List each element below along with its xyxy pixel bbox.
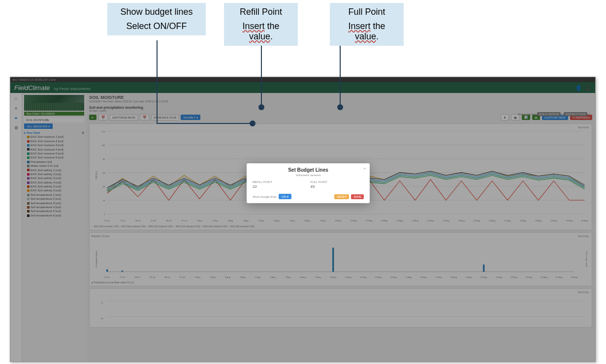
svg-text:19.Aug: 19.Aug (474, 219, 480, 222)
pointer-budget-v (157, 40, 158, 124)
sensor-tree-item[interactable]: EAG Soil moisture 6 [vol] (24, 155, 84, 159)
svg-text:20.Aug: 20.Aug (480, 276, 487, 278)
toolbar: ⇤ 📅 26/07/2018 00:00 📅 27/08/2018 23:59 … (89, 114, 592, 121)
user-icon[interactable]: 👤 (575, 85, 581, 91)
modal-footer: Show budget lines ON ▾ RESET SAVE (253, 194, 364, 199)
svg-text:4.Aug: 4.Aug (240, 276, 246, 278)
date-to-input[interactable]: 27/08/2018 23:59 (151, 115, 179, 121)
pointer-budget-dot (250, 121, 255, 126)
reset-button[interactable]: RESET (334, 194, 349, 199)
full-point-label: FULL POINT (311, 181, 364, 183)
callout-budget-line1: Show budget lines (116, 7, 197, 17)
svg-text:20: 20 (103, 199, 105, 202)
third-chart-panel: Test Point 7k 6k (89, 288, 592, 328)
full-point-col: FULL POINT 45 (311, 181, 364, 189)
sidebar: Test Field / 01102E49 SOIL MOISTURE ALL … (22, 93, 86, 362)
list-icon[interactable]: ≡ (15, 106, 17, 111)
svg-text:11.Aug: 11.Aug (351, 219, 357, 222)
sensor-tree-item[interactable]: EAG Soil salinity 5 [vol] (24, 184, 84, 188)
calendar-from-icon[interactable]: 📅 (98, 114, 108, 121)
drop-icon[interactable]: ● (15, 116, 17, 121)
sensor-tree-item[interactable]: Soil temperature 5 [vol] (24, 209, 84, 213)
moisture-legend: — EAG Soil moisture 1 [%] — EAG Soil moi… (92, 225, 590, 228)
callout-budget: Show budget lines Select ON/OFF (107, 3, 206, 35)
sensor-tree-item[interactable]: EAG Soil moisture 5 [vol] (24, 152, 84, 155)
svg-text:60: 60 (103, 172, 105, 174)
callout-budget-line2: Select ON/OFF (116, 21, 197, 31)
sensor-tree-item[interactable]: EAG Soil salinity 3 [vol] (24, 176, 84, 180)
svg-text:26.Aug: 26.Aug (571, 276, 578, 278)
full-point-input[interactable]: 45 (311, 184, 364, 189)
svg-text:25.Aug: 25.Aug (566, 219, 573, 222)
sensor-tree-item[interactable]: Water meter 0.1L [rd] (24, 164, 84, 168)
rainfall-chart-panel: Test Point Rainfall: 2.4 mm 26.Jul27.Jul… (89, 232, 592, 286)
svg-text:24.Aug: 24.Aug (541, 276, 547, 278)
sensor-tree-item[interactable]: Soil temperature 2 [vol] (24, 197, 84, 201)
headset-icon[interactable]: 🎧 (585, 85, 591, 91)
home-icon[interactable]: ⌂ (15, 96, 17, 101)
tree-header[interactable]: ▸ Test Field ⚙ (24, 131, 84, 135)
collapse-button[interactable]: ⇤ (89, 115, 96, 120)
callout-refill-title: Refill Point (233, 7, 289, 17)
show-budget-toggle[interactable]: ON ▾ (279, 194, 291, 199)
sensor-tree-item[interactable]: Precipitation [rd] (24, 160, 84, 164)
calendar-to-icon[interactable]: 📅 (140, 114, 149, 121)
svg-text:3.Aug: 3.Aug (225, 276, 231, 278)
hourly-button[interactable]: HOURLY ▾ (181, 115, 200, 120)
svg-text:5.Aug: 5.Aug (255, 276, 261, 278)
status-line: Station data from 2018-07-26T00:00 to 20… (518, 113, 590, 116)
svg-text:80: 80 (103, 158, 105, 160)
svg-text:25.Aug: 25.Aug (556, 276, 563, 278)
sensor-tree-item[interactable]: Soil temperature 4 [vol] (24, 205, 84, 209)
sensor-tree-item[interactable]: EAG Soil moisture 4 [vol] (24, 148, 84, 152)
svg-text:9.Aug: 9.Aug (320, 219, 326, 222)
sensor-tree-item[interactable]: EAG Soil salinity 2 [vol] (24, 172, 84, 176)
sensor-tree-item[interactable]: EAG Soil salinity 4 [vol] (24, 181, 84, 184)
svg-text:24.Aug: 24.Aug (550, 219, 557, 222)
field-label: Test Field / 01102E49 (24, 112, 84, 116)
svg-rect-80 (106, 270, 108, 272)
sensor-tree-item[interactable]: Soil temperature 1 [vol] (24, 193, 84, 197)
sensor-tree-item[interactable]: Soil temperature 6 [vol] (24, 213, 84, 217)
show-budget-label: Show budget lines (253, 195, 277, 198)
svg-text:2.Aug: 2.Aug (210, 276, 216, 278)
svg-text:11.Aug: 11.Aug (345, 276, 352, 278)
svg-text:15.Aug: 15.Aug (412, 219, 419, 222)
refill-point-input[interactable]: 22 (253, 184, 306, 189)
svg-text:10.Aug: 10.Aug (335, 219, 342, 222)
svg-text:VWC [%]: VWC [%] (95, 171, 97, 180)
browser-bar: dev / field2-0.12-20181119-1.exe (10, 77, 595, 82)
svg-text:22.Aug: 22.Aug (510, 276, 517, 278)
sensor-tree-item[interactable]: EAG Soil salinity 6 [vol] (24, 188, 84, 192)
brand-name: FieldClimate (14, 84, 50, 91)
modal-close-button[interactable]: × (363, 166, 366, 171)
svg-text:29.Jul: 29.Jul (150, 276, 155, 278)
top-bar: FieldClimate by Pessl Instruments 👤 🎧 (10, 82, 595, 93)
svg-text:31.Jul: 31.Jul (180, 276, 185, 278)
gear-icon[interactable]: ⚙ (14, 125, 18, 130)
sensor-tree-item[interactable]: EAG Soil salinity 1 [vol] (24, 168, 84, 172)
save-button[interactable]: SAVE (351, 194, 364, 199)
callout-full: Full Point Insert the value. (330, 3, 404, 46)
modal-subtitle: Volumetric sensors (253, 174, 364, 177)
svg-text:20.Aug: 20.Aug (489, 219, 496, 222)
app-screenshot: dev / field2-0.12-20181119-1.exe FieldCl… (10, 77, 596, 362)
svg-text:12.Aug: 12.Aug (366, 219, 373, 222)
svg-text:4.Aug: 4.Aug (243, 219, 249, 222)
svg-text:14.Aug: 14.Aug (396, 219, 403, 222)
field-thumbnail[interactable] (24, 95, 84, 111)
sensor-tree-item[interactable]: EAG Soil moisture 3 [vol] (24, 143, 84, 147)
svg-text:1.Aug: 1.Aug (195, 276, 201, 278)
pointer-budget-h (157, 123, 252, 124)
svg-text:26.Jul: 26.Jul (104, 276, 110, 278)
svg-text:23.Aug: 23.Aug (535, 219, 542, 222)
download-button[interactable]: ⬇ (501, 114, 509, 121)
sensor-tree-item[interactable]: EAG Soil moisture 1 [vol] (24, 135, 84, 139)
svg-text:100: 100 (101, 144, 105, 147)
sensor-tree-item[interactable]: Soil temperature 3 [vol] (24, 201, 84, 205)
svg-text:18.Aug: 18.Aug (458, 219, 465, 222)
date-from-input[interactable]: 26/07/2018 00:00 (110, 115, 138, 121)
svg-text:22.Aug: 22.Aug (520, 219, 527, 222)
all-sensors-button[interactable]: ALL SENSORS ▾ (24, 123, 53, 129)
sensor-tree-item[interactable]: EAG Soil moisture 2 [vol] (24, 139, 84, 143)
